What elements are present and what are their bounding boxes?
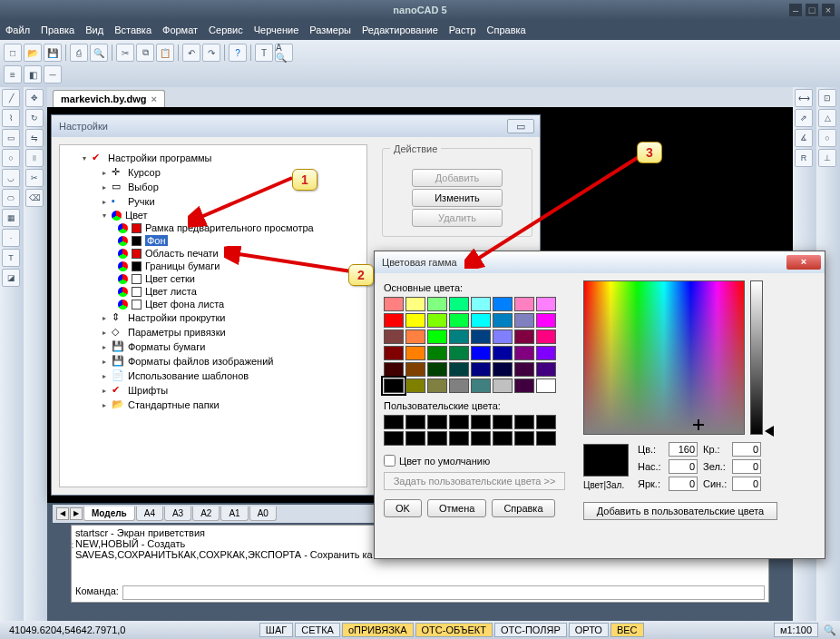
tool-mirror-icon[interactable]: ⇋: [25, 129, 44, 147]
custom-color-swatch[interactable]: [471, 431, 491, 446]
snap-center-icon[interactable]: ○: [818, 129, 836, 147]
custom-color-swatch[interactable]: [536, 415, 556, 429]
basic-color-swatch[interactable]: [471, 362, 491, 377]
status-toggle[interactable]: ВЕС: [610, 623, 644, 637]
basic-color-swatch[interactable]: [427, 313, 447, 328]
color-ok-button[interactable]: OK: [384, 499, 422, 517]
custom-color-swatch[interactable]: [384, 415, 404, 429]
tree-preview-frame[interactable]: Рамка предварительного просмотра: [63, 221, 363, 234]
tool-circle-icon[interactable]: ○: [2, 149, 20, 167]
tree-folders[interactable]: ▸📂Стандартные папки: [63, 398, 363, 412]
toolbar-save-icon[interactable]: 💾: [44, 44, 62, 62]
basic-color-swatch[interactable]: [449, 313, 469, 328]
basic-color-swatch[interactable]: [449, 329, 469, 344]
basic-color-swatch[interactable]: [471, 378, 491, 393]
tree-print-area[interactable]: Область печати: [63, 247, 363, 260]
menu-service[interactable]: Сервис: [209, 25, 243, 35]
tree-cursor[interactable]: ▸✛Курсор: [63, 165, 363, 180]
toolbar-find-icon[interactable]: A🔍: [275, 44, 293, 62]
menu-raster[interactable]: Растр: [449, 25, 476, 35]
basic-color-swatch[interactable]: [427, 297, 447, 311]
tool-line-icon[interactable]: ╱: [2, 89, 20, 107]
menu-dimensions[interactable]: Размеры: [309, 25, 351, 35]
tool-ellipse-icon[interactable]: ⬭: [2, 189, 20, 207]
snap-perp-icon[interactable]: ⊥: [818, 149, 836, 167]
basic-color-swatch[interactable]: [536, 313, 556, 328]
menu-view[interactable]: Вид: [85, 25, 103, 35]
tree-grid-color[interactable]: Цвет сетки: [63, 272, 363, 285]
toolbar-help-icon[interactable]: ?: [229, 44, 247, 62]
tool-pline-icon[interactable]: ⌇: [2, 109, 20, 127]
hue-input[interactable]: [669, 442, 698, 457]
luminance-pointer-icon[interactable]: [765, 426, 774, 437]
hue-sat-picker[interactable]: [583, 280, 745, 435]
toolbar-preview-icon[interactable]: 🔍: [90, 44, 108, 62]
toolbar-new-icon[interactable]: □: [4, 44, 22, 62]
settings-close-icon[interactable]: ▭: [507, 119, 534, 133]
menu-file[interactable]: Файл: [5, 25, 30, 35]
command-input[interactable]: [122, 585, 765, 600]
tool-block-icon[interactable]: ◪: [2, 269, 20, 287]
basic-color-swatch[interactable]: [514, 313, 534, 328]
layout-tab-model[interactable]: Модель: [83, 506, 135, 521]
basic-color-swatch[interactable]: [384, 313, 404, 328]
tool-point-icon[interactable]: ·: [2, 229, 20, 247]
tab-scroll-left-icon[interactable]: ◀: [56, 507, 69, 520]
r-input[interactable]: [732, 442, 761, 457]
status-scale[interactable]: м1:100: [774, 623, 818, 637]
custom-color-swatch[interactable]: [493, 431, 513, 446]
tree-sheet-color[interactable]: Цвет листа: [63, 285, 363, 298]
custom-color-swatch[interactable]: [427, 431, 447, 446]
luminance-slider[interactable]: [750, 280, 763, 435]
minimize-button[interactable]: –: [789, 4, 802, 16]
basic-color-swatch[interactable]: [536, 346, 556, 360]
custom-color-swatch[interactable]: [405, 431, 425, 446]
status-toggle[interactable]: ШАГ: [259, 623, 293, 637]
menu-insert[interactable]: Вставка: [114, 25, 151, 35]
basic-color-swatch[interactable]: [493, 329, 513, 344]
status-toggle[interactable]: оПРИВЯЗКА: [342, 623, 414, 637]
basic-color-swatch[interactable]: [405, 297, 425, 311]
tree-paper[interactable]: ▸💾Форматы бумаги: [63, 339, 363, 354]
tool-trim-icon[interactable]: ✂: [25, 169, 44, 187]
menu-edit[interactable]: Правка: [41, 25, 74, 35]
basic-color-swatch[interactable]: [514, 329, 534, 344]
color-dialog-titlebar[interactable]: Цветовая гамма ×: [375, 251, 825, 273]
basic-color-swatch[interactable]: [471, 346, 491, 360]
layout-tab-a0[interactable]: A0: [249, 506, 277, 521]
menu-modify[interactable]: Редактирование: [362, 25, 438, 35]
toolbar-redo-icon[interactable]: ↷: [202, 44, 220, 62]
color-help-button[interactable]: Справка: [492, 499, 554, 517]
lum-input[interactable]: [669, 477, 698, 491]
basic-color-swatch[interactable]: [449, 346, 469, 360]
layout-tab-a3[interactable]: A3: [164, 506, 191, 521]
layout-tab-a1[interactable]: A1: [220, 506, 248, 521]
tree-paper-borders[interactable]: Границы бумаги: [63, 260, 363, 272]
basic-color-swatch[interactable]: [384, 362, 404, 377]
tree-snap[interactable]: ▸◇Параметры привязки: [63, 325, 363, 339]
custom-color-swatch[interactable]: [514, 431, 534, 446]
document-tab[interactable]: markevich.by.dwg ×: [53, 90, 165, 107]
tree-root[interactable]: ▾Настройки программы: [63, 151, 363, 165]
tree-fonts[interactable]: ▸Шрифты: [63, 383, 363, 398]
default-color-checkbox[interactable]: [384, 455, 396, 467]
tool-rect-icon[interactable]: ▭: [2, 129, 20, 147]
status-toggle[interactable]: СЕТКА: [295, 623, 340, 637]
tree-scroll[interactable]: ▸⇕Настройки прокрутки: [63, 310, 363, 325]
basic-color-swatch[interactable]: [384, 346, 404, 360]
edit-button[interactable]: Изменить: [412, 189, 503, 207]
status-toggle[interactable]: ОТС-ОБЪЕКТ: [415, 623, 493, 637]
tree-background[interactable]: Фон: [63, 234, 363, 247]
tree-select[interactable]: ▸▭Выбор: [63, 180, 363, 194]
tool-hatch-icon[interactable]: ▦: [2, 209, 20, 227]
tool-move-icon[interactable]: ✥: [25, 89, 44, 107]
basic-color-swatch[interactable]: [536, 297, 556, 311]
tool-text-icon[interactable]: T: [2, 249, 20, 267]
basic-color-swatch[interactable]: [493, 297, 513, 311]
status-toggle[interactable]: ОТС-ПОЛЯР: [494, 623, 567, 637]
basic-color-swatch[interactable]: [405, 313, 425, 328]
menu-draft[interactable]: Черчение: [254, 25, 299, 35]
custom-color-swatch[interactable]: [536, 431, 556, 446]
define-custom-button[interactable]: Задать пользовательские цвета >>: [384, 472, 565, 490]
toolbar-text-icon[interactable]: T: [255, 44, 273, 62]
